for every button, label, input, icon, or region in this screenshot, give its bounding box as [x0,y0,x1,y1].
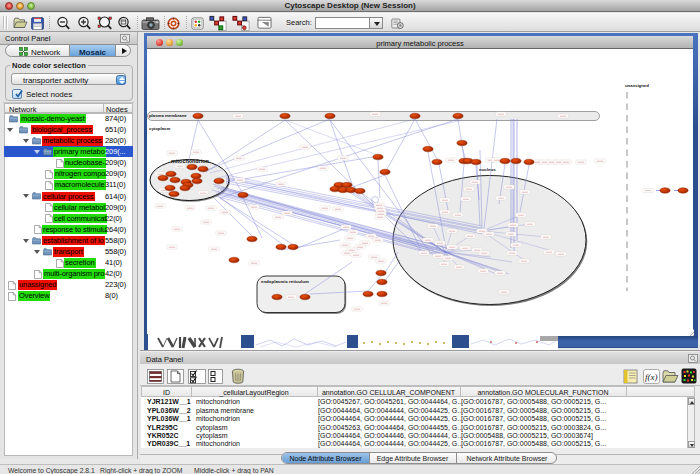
svg-text:cytoplasm: cytoplasm [149,126,170,131]
svg-text:nucleus: nucleus [479,167,496,172]
svg-text:mitochondrion: mitochondrion [171,158,209,164]
svg-text:f(x): f(x) [645,372,658,382]
svg-text:endoplasmic reticulum: endoplasmic reticulum [261,279,309,284]
svg-text:plasma membrane: plasma membrane [149,113,187,118]
svg-text:unassigned: unassigned [625,83,649,88]
